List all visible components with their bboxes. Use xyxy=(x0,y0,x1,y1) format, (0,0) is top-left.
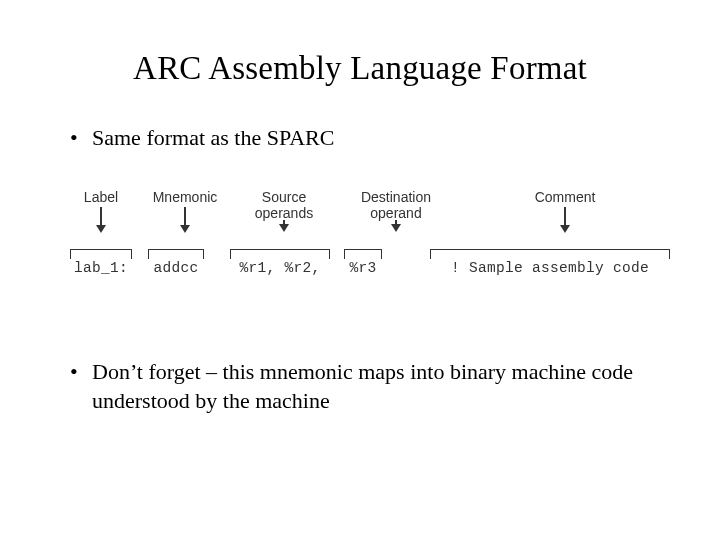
col-source: Source operands xyxy=(240,189,328,232)
seg-label: lab_1: xyxy=(70,259,132,276)
bullet-item: Same format as the SPARC xyxy=(70,123,680,153)
dest-header-l1: Destination xyxy=(361,189,431,205)
format-diagram: Label Mnemonic Source operands Destinati… xyxy=(70,189,700,299)
col-label: Label xyxy=(70,189,132,233)
comment-header: Comment xyxy=(535,189,596,205)
arrow-down-icon xyxy=(560,207,570,233)
seg-mnemonic: addcc xyxy=(148,259,204,276)
bullet-list-2: Don’t forget – this mnemonic maps into b… xyxy=(40,357,680,416)
mnemonic-header: Mnemonic xyxy=(153,189,218,205)
bullet-item: Don’t forget – this mnemonic maps into b… xyxy=(70,357,680,416)
seg-comment: ! Sample assembly code xyxy=(430,259,670,276)
code-label: lab_1: xyxy=(72,258,130,276)
dest-header-l2: operand xyxy=(370,205,421,221)
col-dest: Destination operand xyxy=(352,189,440,232)
arrow-down-icon xyxy=(279,220,289,232)
arrow-down-icon xyxy=(391,220,401,232)
bracket-icon xyxy=(70,249,132,259)
code-dest: %r3 xyxy=(347,258,378,276)
seg-source: %r1, %r2, xyxy=(230,259,330,276)
code-row: lab_1: addcc %r1, %r2, %r3 ! Sample asse… xyxy=(70,259,670,276)
col-comment: Comment xyxy=(520,189,610,233)
bracket-icon xyxy=(230,249,330,259)
slide: ARC Assembly Language Format Same format… xyxy=(0,0,720,456)
code-mnemonic: addcc xyxy=(151,258,200,276)
bullet-list: Same format as the SPARC xyxy=(40,123,680,153)
slide-title: ARC Assembly Language Format xyxy=(40,50,680,87)
col-mnemonic: Mnemonic xyxy=(148,189,222,233)
bracket-icon xyxy=(430,249,670,259)
seg-dest: %r3 xyxy=(344,259,382,276)
arrow-down-icon xyxy=(96,207,106,233)
code-source: %r1, %r2, xyxy=(237,258,322,276)
source-header-l1: Source xyxy=(262,189,306,205)
label-header: Label xyxy=(84,189,118,205)
arrow-down-icon xyxy=(180,207,190,233)
code-comment: ! Sample assembly code xyxy=(449,258,651,276)
bracket-icon xyxy=(148,249,204,259)
source-header-l2: operands xyxy=(255,205,313,221)
bracket-icon xyxy=(344,249,382,259)
